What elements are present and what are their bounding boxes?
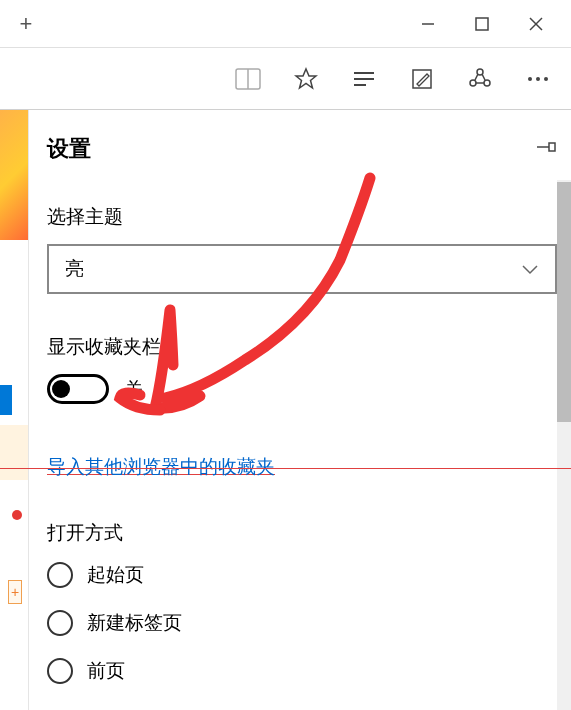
favorites-bar-toggle[interactable] xyxy=(47,374,109,404)
window-controls xyxy=(413,9,563,39)
theme-select[interactable]: 亮 xyxy=(47,244,557,294)
scrollbar[interactable] xyxy=(557,180,571,710)
open-with-label: 打开方式 xyxy=(47,520,557,546)
settings-panel: 设置 选择主题 亮 显示收藏夹栏 关 导入其他浏览器中的收藏夹 打开方式 起始页 xyxy=(28,110,571,710)
page-orange-fragment xyxy=(0,425,28,480)
toggle-thumb xyxy=(52,380,70,398)
svg-rect-20 xyxy=(549,143,555,151)
radio-label: 起始页 xyxy=(87,562,144,588)
open-with-group: 起始页 新建标签页 前页 xyxy=(47,562,557,684)
radio-circle-icon xyxy=(47,610,73,636)
close-button[interactable] xyxy=(521,9,551,39)
scrollbar-thumb[interactable] xyxy=(557,182,571,422)
more-icon[interactable] xyxy=(523,64,553,94)
page-sliver: + xyxy=(0,110,28,710)
svg-point-17 xyxy=(536,77,540,81)
page-banner-fragment xyxy=(0,110,28,240)
radio-previous-page[interactable]: 前页 xyxy=(47,658,557,684)
favorites-icon[interactable] xyxy=(291,64,321,94)
content-area: + 设置 选择主题 亮 显示收藏夹栏 关 导入其他浏览器中的收藏夹 打开方式 xyxy=(0,110,571,710)
svg-point-11 xyxy=(470,80,476,86)
radio-label: 前页 xyxy=(87,658,125,684)
new-tab-button[interactable]: + xyxy=(8,6,44,42)
theme-label: 选择主题 xyxy=(47,204,557,230)
page-red-dot xyxy=(12,510,22,520)
import-favorites-link[interactable]: 导入其他浏览器中的收藏夹 xyxy=(47,454,275,480)
minimize-button[interactable] xyxy=(413,9,443,39)
chevron-down-icon xyxy=(521,258,539,280)
svg-point-18 xyxy=(544,77,548,81)
radio-new-tab[interactable]: 新建标签页 xyxy=(47,610,557,636)
favorites-bar-label: 显示收藏夹栏 xyxy=(47,334,557,360)
maximize-button[interactable] xyxy=(467,9,497,39)
svg-rect-1 xyxy=(476,18,488,30)
pin-icon[interactable] xyxy=(535,138,557,160)
favorites-bar-toggle-row: 关 xyxy=(47,374,557,404)
radio-circle-icon xyxy=(47,658,73,684)
svg-point-16 xyxy=(528,77,532,81)
page-blue-fragment xyxy=(0,385,12,415)
svg-line-13 xyxy=(475,74,478,80)
browser-toolbar xyxy=(0,48,571,110)
page-plus-fragment: + xyxy=(8,580,22,604)
toggle-state-label: 关 xyxy=(125,377,143,401)
radio-label: 新建标签页 xyxy=(87,610,182,636)
hub-icon[interactable] xyxy=(349,64,379,94)
theme-value: 亮 xyxy=(65,256,84,282)
window-titlebar: + xyxy=(0,0,571,48)
panel-header: 设置 xyxy=(47,134,557,164)
svg-point-12 xyxy=(484,80,490,86)
reading-view-icon[interactable] xyxy=(233,64,263,94)
share-icon[interactable] xyxy=(465,64,495,94)
panel-title: 设置 xyxy=(47,134,91,164)
radio-start-page[interactable]: 起始页 xyxy=(47,562,557,588)
radio-circle-icon xyxy=(47,562,73,588)
svg-line-14 xyxy=(482,74,485,80)
webnote-icon[interactable] xyxy=(407,64,437,94)
